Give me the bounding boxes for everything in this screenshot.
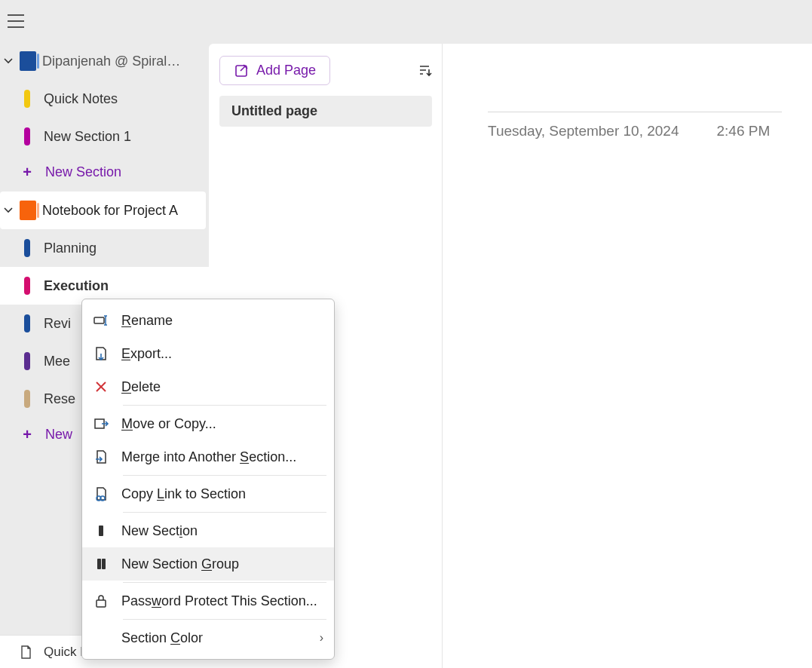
context-menu-label: Merge into Another Section... bbox=[121, 449, 296, 465]
rename-icon bbox=[93, 312, 109, 329]
svg-rect-7 bbox=[102, 559, 106, 569]
merge-icon bbox=[93, 449, 109, 465]
section-label: Revi bbox=[44, 316, 71, 332]
section-color-tab bbox=[24, 390, 30, 408]
context-menu-item[interactable]: New Section Group bbox=[82, 547, 334, 581]
context-menu-label: New Section bbox=[121, 523, 198, 539]
menu-separator bbox=[123, 582, 326, 583]
blank-icon bbox=[93, 630, 109, 646]
sidebar-section[interactable]: Quick Notes bbox=[0, 80, 209, 118]
notebook-header[interactable]: Dipanjenah @ Spiral… bbox=[0, 42, 209, 80]
notebook-header[interactable]: Notebook for Project A bbox=[0, 192, 206, 229]
note-canvas[interactable]: Tuesday, September 10, 2024 2:46 PM bbox=[443, 44, 812, 668]
section-label: Planning bbox=[44, 241, 97, 256]
svg-rect-6 bbox=[97, 559, 101, 569]
svg-rect-5 bbox=[99, 526, 103, 536]
section-label: New Section 1 bbox=[44, 129, 131, 145]
notebook-name: Dipanjenah @ Spiral… bbox=[42, 54, 203, 69]
menu-separator bbox=[123, 512, 326, 513]
page-item[interactable]: Untitled page bbox=[219, 96, 432, 127]
menu-separator bbox=[123, 475, 326, 476]
add-page-icon bbox=[234, 63, 249, 78]
panel-divider[interactable] bbox=[435, 44, 443, 668]
page-meta: Tuesday, September 10, 2024 2:46 PM bbox=[488, 112, 782, 139]
svg-rect-1 bbox=[94, 317, 104, 323]
chevron-down-icon bbox=[3, 205, 14, 216]
section-label: Quick Notes bbox=[44, 91, 118, 107]
pages-header: Add Page bbox=[219, 56, 432, 85]
add-page-label: Add Page bbox=[256, 63, 316, 78]
plus-icon: + bbox=[23, 164, 32, 181]
chevron-down-icon bbox=[3, 56, 14, 66]
context-menu-item[interactable]: Section Color› bbox=[82, 621, 334, 654]
menu-separator bbox=[123, 405, 326, 406]
section-label: Execution bbox=[44, 278, 109, 294]
page-title: Untitled page bbox=[231, 103, 317, 118]
new-section-button[interactable]: + New Section bbox=[0, 155, 209, 188]
context-menu-item[interactable]: Rename bbox=[82, 304, 334, 337]
section-color-tab bbox=[24, 352, 30, 370]
menu-icon[interactable] bbox=[8, 14, 24, 28]
context-menu-item[interactable]: New Section bbox=[82, 514, 334, 547]
context-menu-label: Password Protect This Section... bbox=[121, 593, 317, 609]
section-label: Mee bbox=[44, 354, 70, 369]
context-menu-label: New Section Group bbox=[121, 556, 239, 572]
context-menu-label: Move or Copy... bbox=[121, 416, 216, 432]
chevron-right-icon: › bbox=[320, 631, 323, 645]
add-page-button[interactable]: Add Page bbox=[219, 56, 330, 85]
notebook-icon bbox=[20, 51, 36, 71]
context-menu-item[interactable]: Password Protect This Section... bbox=[82, 584, 334, 617]
section-color-tab bbox=[24, 127, 30, 146]
context-menu-item[interactable]: Copy Link to Section bbox=[82, 477, 334, 510]
context-menu-label: Copy Link to Section bbox=[121, 486, 246, 502]
delete-icon bbox=[93, 378, 109, 395]
section-color-tab bbox=[24, 277, 30, 295]
lock-icon bbox=[93, 593, 109, 609]
page-icon bbox=[18, 645, 33, 660]
title-bar bbox=[0, 0, 812, 42]
page-time: 2:46 PM bbox=[717, 123, 771, 139]
move-icon bbox=[93, 415, 109, 432]
export-icon bbox=[93, 345, 109, 362]
context-menu-label: Delete bbox=[121, 379, 161, 395]
context-menu-item[interactable]: Move or Copy... bbox=[82, 407, 334, 440]
menu-separator bbox=[123, 619, 326, 620]
context-menu-label: Section Color bbox=[121, 630, 203, 646]
sidebar-section[interactable]: New Section 1 bbox=[0, 118, 209, 155]
section-label: Rese bbox=[44, 391, 75, 407]
new-section-label: New bbox=[45, 427, 72, 443]
new-section-label: New Section bbox=[45, 164, 121, 180]
sidebar-section[interactable]: Planning bbox=[0, 229, 209, 267]
context-menu-item[interactable]: Merge into Another Section... bbox=[82, 440, 334, 473]
notebook-icon bbox=[20, 201, 36, 220]
context-menu-item[interactable]: Delete bbox=[82, 370, 334, 403]
link-icon bbox=[93, 486, 109, 502]
page-date: Tuesday, September 10, 2024 bbox=[488, 123, 679, 139]
section-color-tab bbox=[24, 90, 30, 108]
context-menu-label: Rename bbox=[121, 313, 173, 329]
context-menu-item[interactable]: Export... bbox=[82, 337, 334, 370]
context-menu-label: Export... bbox=[121, 346, 172, 362]
sort-icon[interactable] bbox=[417, 63, 432, 78]
section-color-tab bbox=[24, 314, 30, 332]
svg-rect-8 bbox=[97, 600, 106, 607]
notebook-name: Notebook for Project A bbox=[42, 203, 200, 219]
group-icon bbox=[93, 556, 109, 572]
section-color-tab bbox=[24, 239, 30, 257]
plus-icon: + bbox=[23, 426, 32, 443]
section-icon bbox=[93, 522, 109, 539]
section-context-menu: RenameExport...DeleteMove or Copy...Merg… bbox=[81, 299, 335, 660]
